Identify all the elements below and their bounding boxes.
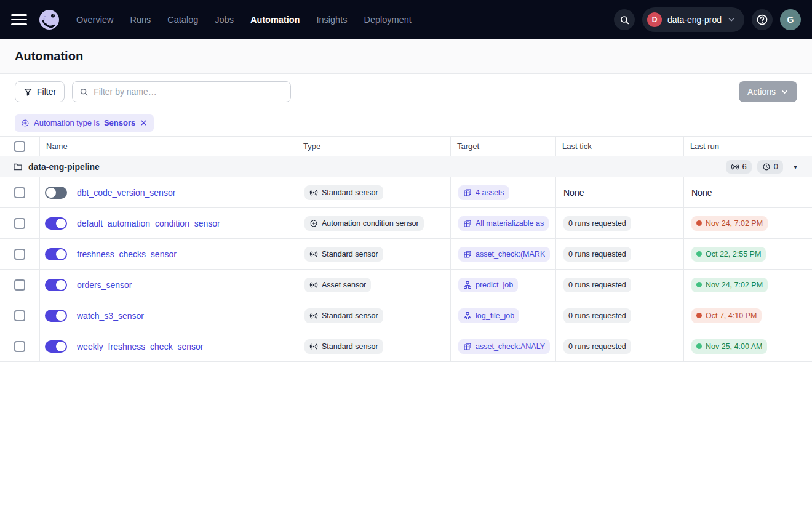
- filter-button[interactable]: Filter: [15, 81, 65, 102]
- sensor-name-link[interactable]: dbt_code_version_sensor: [77, 188, 175, 198]
- row-checkbox[interactable]: [14, 310, 25, 321]
- sensor-count-badge: 6: [726, 160, 752, 174]
- last-run-tag[interactable]: Nov 24, 7:02 PM: [691, 216, 768, 231]
- sensor-toggle[interactable]: [45, 187, 67, 199]
- select-all-checkbox[interactable]: [14, 141, 25, 152]
- nav-overview[interactable]: Overview: [76, 15, 113, 25]
- toolbar: Filter Actions: [0, 74, 812, 110]
- target-tag[interactable]: asset_check:ANALY: [458, 339, 550, 354]
- type-tag: Standard sensor: [304, 247, 383, 262]
- sensor-icon: [309, 188, 318, 197]
- name-filter-input[interactable]: [94, 87, 284, 97]
- filter-button-label: Filter: [37, 87, 56, 97]
- col-name: Name: [39, 137, 297, 156]
- user-avatar[interactable]: G: [780, 9, 801, 30]
- search-button[interactable]: [614, 9, 635, 30]
- target-tag[interactable]: All materializable as: [458, 216, 549, 231]
- sensor-toggle[interactable]: [45, 279, 67, 291]
- collapse-group-icon[interactable]: ▾: [794, 163, 797, 171]
- top-nav: Overview Runs Catalog Jobs Automation In…: [0, 0, 812, 39]
- sensor-name-link[interactable]: watch_s3_sensor: [77, 311, 144, 321]
- deployment-switcher[interactable]: D data-eng-prod: [642, 7, 744, 32]
- last-tick-tag: 0 runs requested: [563, 308, 631, 323]
- sensor-icon: [309, 311, 318, 320]
- primary-nav: Overview Runs Catalog Jobs Automation In…: [76, 15, 412, 25]
- table-row: weekly_freshness_check_sensor Standard s…: [0, 331, 812, 362]
- sensor-icon: [309, 250, 318, 259]
- table-row: dbt_code_version_sensor Standard sensor …: [0, 177, 812, 208]
- target-tag[interactable]: log_file_job: [458, 308, 519, 323]
- sensor-toggle[interactable]: [45, 310, 67, 322]
- filter-chip-prefix: Automation type is: [34, 118, 100, 127]
- asset-icon: [463, 219, 472, 228]
- row-checkbox[interactable]: [14, 218, 25, 229]
- run-status-dot: [696, 282, 702, 287]
- last-run-tag[interactable]: Oct 7, 4:10 PM: [691, 308, 762, 323]
- row-checkbox[interactable]: [14, 249, 25, 260]
- nav-jobs[interactable]: Jobs: [215, 15, 234, 25]
- row-checkbox[interactable]: [14, 341, 25, 352]
- col-target: Target: [450, 137, 555, 156]
- target-tag[interactable]: 4 assets: [458, 185, 509, 200]
- clock-icon: [762, 163, 771, 171]
- nav-automation[interactable]: Automation: [250, 15, 300, 25]
- target-tag[interactable]: predict_job: [458, 278, 518, 292]
- last-tick-tag: 0 runs requested: [563, 278, 631, 292]
- run-status-dot: [696, 313, 702, 318]
- type-tag: Automation condition sensor: [304, 216, 424, 231]
- col-last-run: Last run: [683, 137, 812, 156]
- page-title: Automation: [15, 49, 83, 63]
- last-tick-tag: 0 runs requested: [563, 247, 631, 262]
- asset-icon: [463, 342, 472, 351]
- filter-chip-value: Sensors: [104, 118, 135, 127]
- help-icon: [756, 14, 768, 26]
- sensor-name-link[interactable]: default_automation_condition_sensor: [77, 219, 220, 228]
- type-tag: Standard sensor: [304, 339, 383, 354]
- table-row: watch_s3_sensor Standard sensor log_file…: [0, 300, 812, 331]
- last-run-tag[interactable]: Nov 25, 4:00 AM: [691, 339, 767, 354]
- repo-group-row[interactable]: data-eng-pipeline 6 0 ▾: [0, 156, 812, 177]
- help-button[interactable]: [752, 9, 773, 30]
- nav-runs[interactable]: Runs: [130, 15, 151, 25]
- automation-condition-icon: [309, 219, 318, 228]
- sensor-icon: [731, 163, 739, 171]
- run-status-dot: [696, 343, 702, 349]
- run-status-dot: [696, 220, 702, 226]
- dagster-logo[interactable]: [37, 7, 62, 32]
- nav-catalog[interactable]: Catalog: [167, 15, 198, 25]
- col-last-tick: Last tick: [555, 137, 683, 156]
- row-checkbox[interactable]: [14, 187, 25, 198]
- run-status-dot: [696, 251, 702, 257]
- funnel-icon: [23, 87, 33, 97]
- sensor-toggle[interactable]: [45, 217, 67, 230]
- filter-chip-automation-type[interactable]: Automation type is Sensors: [15, 114, 154, 132]
- sensor-toggle[interactable]: [45, 340, 67, 353]
- sensor-icon: [309, 342, 318, 351]
- folder-icon: [13, 162, 23, 172]
- table-header: Name Type Target Last tick Last run: [0, 137, 812, 156]
- job-icon: [463, 281, 472, 289]
- table-row: freshness_checks_sensor Standard sensor …: [0, 239, 812, 270]
- sensor-toggle[interactable]: [45, 248, 67, 260]
- sensor-name-link[interactable]: freshness_checks_sensor: [77, 249, 177, 259]
- target-tag[interactable]: asset_check:(MARK: [458, 247, 550, 262]
- nav-deployment[interactable]: Deployment: [364, 15, 411, 25]
- col-type: Type: [297, 137, 450, 156]
- active-filters-row: Automation type is Sensors: [0, 110, 812, 137]
- sensor-name-link[interactable]: weekly_freshness_check_sensor: [77, 342, 203, 351]
- last-run-tag[interactable]: Nov 24, 7:02 PM: [691, 278, 768, 292]
- nav-insights[interactable]: Insights: [316, 15, 347, 25]
- row-checkbox[interactable]: [14, 279, 25, 291]
- last-tick-tag: 0 runs requested: [563, 339, 631, 354]
- table-row: orders_sensor Asset sensor predict_job 0…: [0, 270, 812, 300]
- last-run-tag[interactable]: Oct 22, 2:55 PM: [691, 247, 766, 262]
- chevron-down-icon: [781, 88, 789, 96]
- close-icon[interactable]: [140, 119, 148, 127]
- search-icon: [79, 87, 89, 97]
- type-tag: Standard sensor: [304, 185, 383, 200]
- sensor-name-link[interactable]: orders_sensor: [77, 280, 132, 290]
- menu-icon[interactable]: [11, 14, 27, 25]
- repo-group-name: data-eng-pipeline: [28, 162, 100, 172]
- name-filter-field: [72, 81, 291, 102]
- actions-button[interactable]: Actions: [739, 81, 797, 102]
